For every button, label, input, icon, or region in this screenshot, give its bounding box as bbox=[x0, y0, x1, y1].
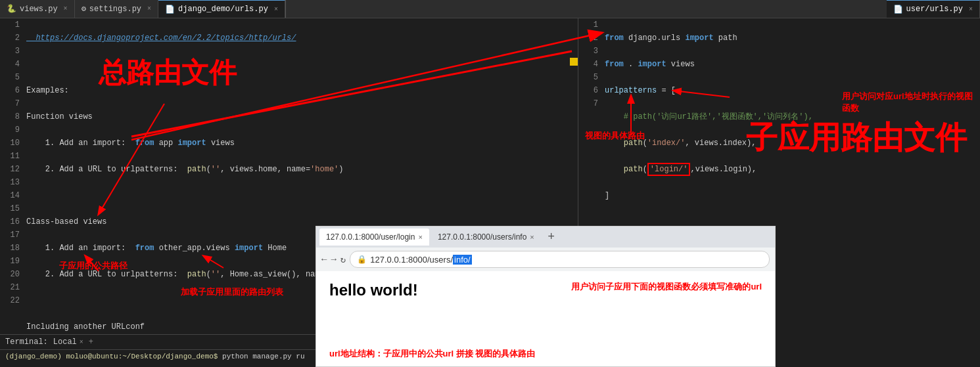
tab-user-urls-py[interactable]: 📄 user/urls.py × bbox=[887, 0, 980, 18]
user-urls-py-icon: 📄 bbox=[893, 5, 903, 14]
annotation-view-func: 用户访问对应url地址时执行的视图函数 bbox=[842, 91, 973, 114]
annotation-specific-path: 视图的具体路由 bbox=[585, 130, 645, 142]
terminal-command: python manage.py ru bbox=[222, 353, 304, 360]
terminal-path: (django_demo) moluo@ubuntu:~/Desktop/dja… bbox=[5, 353, 218, 360]
tab-django-urls-py-label: django_demo/urls.py bbox=[178, 5, 268, 14]
url-text: 127.0.0.1:8000/users/info/ bbox=[370, 255, 471, 265]
tab-settings-py-close[interactable]: × bbox=[147, 5, 151, 12]
browser-tab-2[interactable]: 127.0.0.1:8000/users/info × bbox=[431, 228, 541, 246]
settings-py-icon: ⚙ bbox=[82, 4, 86, 14]
tab-django-urls-py-close[interactable]: × bbox=[274, 6, 278, 13]
terminal-add-button[interactable]: + bbox=[89, 337, 93, 347]
browser-tab-2-close[interactable]: × bbox=[530, 233, 534, 241]
terminal-panel: Terminal: Local × + (django_demo) moluo@… bbox=[0, 334, 315, 367]
tab-user-urls-py-label: user/urls.py bbox=[906, 5, 963, 14]
browser-content: hello world! 用户访问子应用下面的视图函数必须填写准确的url ur… bbox=[316, 271, 775, 366]
browser-nav: ← → ↻ 🔒 127.0.0.1:8000/users/info/ bbox=[316, 248, 775, 271]
annotation-public-path: 子应用的公共路径 bbox=[59, 260, 128, 272]
terminal-tab-local[interactable]: Local × bbox=[53, 337, 83, 347]
browser-annotation-2: url地址结构：子应用中的公共url 拼接 视图的具体路由 bbox=[329, 348, 535, 360]
browser-tab-2-url: 127.0.0.1:8000/users/info bbox=[438, 232, 526, 242]
terminal-content: (django_demo) moluo@ubuntu:~/Desktop/dja… bbox=[0, 350, 315, 363]
back-button[interactable]: ← bbox=[321, 254, 327, 265]
url-highlight: info/ bbox=[453, 255, 472, 265]
views-py-icon: 🐍 bbox=[7, 4, 16, 14]
browser-tab-bar: 127.0.0.1:8000/user/login × 127.0.0.1:80… bbox=[316, 227, 775, 248]
browser-tab-1[interactable]: 127.0.0.1:8000/user/login × bbox=[319, 228, 429, 246]
tab-django-urls-py[interactable]: 📄 django_demo/urls.py × bbox=[158, 0, 285, 18]
tab-views-py-label: views.py bbox=[20, 5, 58, 14]
terminal-tab-local-label: Local bbox=[53, 337, 77, 347]
terminal-label: Terminal: bbox=[5, 337, 48, 347]
tab-bar: 🐍 views.py × ⚙ settings.py × 📄 django_de… bbox=[0, 0, 980, 18]
browser-tab-1-close[interactable]: × bbox=[418, 233, 422, 241]
lock-icon: 🔒 bbox=[357, 255, 367, 265]
tab-views-py-close[interactable]: × bbox=[64, 5, 68, 12]
browser-panel: 127.0.0.1:8000/user/login × 127.0.0.1:80… bbox=[315, 226, 776, 367]
tab-user-urls-py-close[interactable]: × bbox=[969, 6, 973, 13]
forward-button[interactable]: → bbox=[331, 254, 336, 265]
django-urls-py-icon: 📄 bbox=[165, 5, 175, 14]
tab-views-py[interactable]: 🐍 views.py × bbox=[0, 0, 75, 18]
terminal-tab-local-close[interactable]: × bbox=[80, 339, 83, 346]
tab-settings-py-label: settings.py bbox=[89, 5, 141, 14]
browser-tab-1-url: 127.0.0.1:8000/user/login bbox=[326, 232, 415, 242]
annotation-load-routes: 加载子应用里面的路由列表 bbox=[181, 286, 283, 298]
address-bar[interactable]: 🔒 127.0.0.1:8000/users/info/ bbox=[350, 251, 770, 268]
terminal-tab-bar: Terminal: Local × + bbox=[0, 335, 315, 350]
tab-settings-py[interactable]: ⚙ settings.py × bbox=[75, 0, 158, 18]
browser-new-tab[interactable]: + bbox=[543, 228, 560, 246]
scroll-marker bbox=[570, 58, 578, 66]
reload-button[interactable]: ↻ bbox=[340, 254, 346, 265]
browser-hello-world: hello world! bbox=[329, 281, 762, 299]
right-line-numbers: 1234 567 bbox=[578, 18, 601, 110]
left-line-numbers: 1234 5678 9101112 13141516 17181920 2122 bbox=[0, 18, 23, 307]
